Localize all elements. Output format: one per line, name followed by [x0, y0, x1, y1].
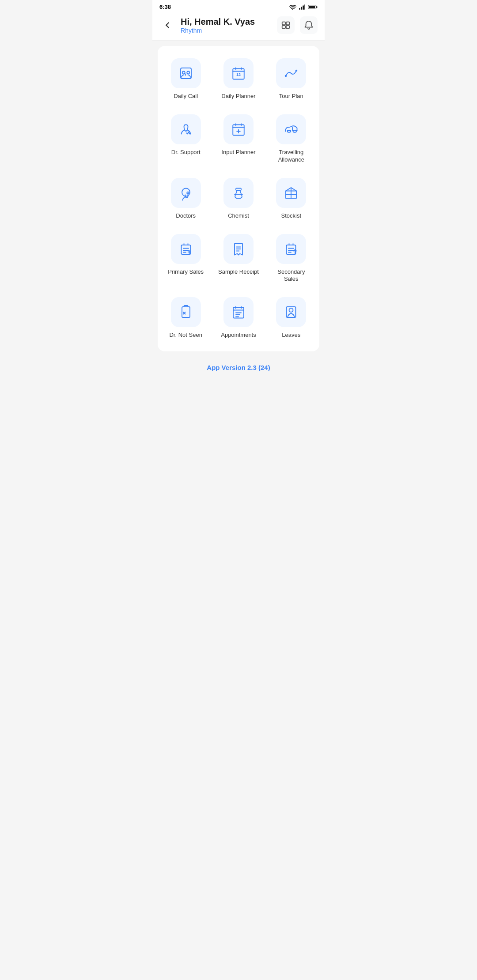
svg-rect-8: [282, 22, 285, 25]
secondary-sales-icon-circle: [276, 234, 306, 264]
time: 6:38: [159, 4, 171, 10]
menu-card: Daily Call 12 Daily Planner: [158, 46, 319, 351]
leaves-icon: [283, 304, 299, 320]
doctors-label: Doctors: [176, 212, 196, 220]
svg-text:12: 12: [236, 72, 241, 77]
notification-button[interactable]: [300, 16, 318, 34]
back-button[interactable]: [159, 17, 175, 33]
sample-receipt-label: Sample Receipt: [218, 268, 259, 276]
dr-support-icon: [178, 121, 194, 137]
svg-rect-2: [301, 7, 302, 9]
secondary-sales-icon: [283, 241, 299, 257]
tour-plan-icon: [283, 65, 299, 81]
primary-sales-item[interactable]: Primary Sales: [161, 229, 210, 289]
input-planner-label: Input Planner: [221, 149, 255, 156]
daily-call-item[interactable]: Daily Call: [161, 53, 210, 106]
primary-sales-label: Primary Sales: [168, 268, 204, 276]
svg-rect-37: [287, 245, 296, 254]
tour-plan-item[interactable]: Tour Plan: [267, 53, 316, 106]
secondary-sales-item[interactable]: Secondary Sales: [267, 229, 316, 289]
main-content: Daily Call 12 Daily Planner: [152, 41, 325, 387]
svg-rect-26: [236, 188, 241, 190]
app-header: Hi, Hemal K. Vyas Rhythm: [152, 12, 325, 41]
doctors-icon: [178, 185, 194, 201]
daily-planner-icon-circle: 12: [223, 58, 254, 88]
dr-not-seen-label: Dr. Not Seen: [169, 332, 202, 339]
travelling-allowance-icon: [283, 121, 299, 137]
chemist-icon-circle: [223, 178, 254, 208]
version-info: App Version 2.3 (24): [158, 357, 319, 382]
daily-call-label: Daily Call: [174, 93, 198, 100]
svg-point-13: [182, 72, 185, 74]
svg-point-0: [292, 9, 293, 10]
battery-icon: [308, 4, 318, 10]
appointments-label: Appointments: [221, 332, 256, 339]
svg-rect-7: [309, 5, 315, 8]
daily-planner-label: Daily Planner: [221, 93, 255, 100]
input-planner-item[interactable]: Input Planner: [214, 109, 263, 169]
leaves-icon-circle: [276, 297, 306, 327]
svg-rect-3: [303, 5, 304, 9]
daily-planner-item[interactable]: 12 Daily Planner: [214, 53, 263, 106]
primary-sales-icon-circle: [171, 234, 201, 264]
tour-plan-icon-circle: [276, 58, 306, 88]
svg-rect-6: [316, 6, 317, 8]
status-bar: 6:38: [152, 0, 325, 12]
sample-receipt-icon-circle: [223, 234, 254, 264]
sample-receipt-icon: [231, 241, 246, 257]
svg-rect-9: [286, 22, 289, 25]
appointments-icon-circle: [223, 297, 254, 327]
status-icons: [289, 4, 318, 10]
menu-button[interactable]: [277, 16, 295, 34]
chemist-item[interactable]: Chemist: [214, 173, 263, 225]
input-planner-icon: [231, 121, 246, 137]
svg-rect-1: [299, 8, 300, 10]
dr-support-icon-circle: [171, 114, 201, 144]
travelling-allowance-icon-circle: [276, 114, 306, 144]
chemist-icon: [231, 185, 246, 201]
notification-icon: [304, 20, 314, 30]
svg-rect-10: [282, 26, 285, 28]
dr-support-item[interactable]: Dr. Support: [161, 109, 210, 169]
svg-rect-11: [286, 26, 289, 28]
tour-plan-label: Tour Plan: [279, 93, 303, 100]
stockist-item[interactable]: Stockist: [267, 173, 316, 225]
daily-call-icon: [178, 65, 194, 81]
dr-not-seen-icon-circle: [171, 297, 201, 327]
company-name: Rhythm: [181, 27, 272, 34]
header-actions: [277, 16, 318, 34]
stockist-label: Stockist: [281, 212, 302, 220]
doctors-icon-circle: [171, 178, 201, 208]
input-planner-icon-circle: [223, 114, 254, 144]
header-title: Hi, Hemal K. Vyas Rhythm: [181, 17, 272, 34]
svg-point-52: [289, 308, 293, 312]
secondary-sales-label: Secondary Sales: [270, 268, 312, 283]
leaves-label: Leaves: [282, 332, 300, 339]
stockist-icon: [283, 185, 299, 201]
stockist-icon-circle: [276, 178, 306, 208]
chemist-label: Chemist: [228, 212, 249, 220]
doctors-item[interactable]: Doctors: [161, 173, 210, 225]
svg-point-17: [285, 75, 287, 77]
primary-sales-icon: [178, 241, 194, 257]
appointments-icon: [231, 304, 246, 320]
svg-point-23: [293, 130, 297, 132]
dr-support-label: Dr. Support: [171, 149, 201, 156]
svg-point-18: [295, 70, 298, 72]
dr-not-seen-item[interactable]: Dr. Not Seen: [161, 292, 210, 344]
menu-grid: Daily Call 12 Daily Planner: [161, 53, 316, 344]
travelling-allowance-item[interactable]: TravellingAllowance: [267, 109, 316, 169]
travelling-allowance-label: TravellingAllowance: [278, 149, 304, 164]
sample-receipt-item[interactable]: Sample Receipt: [214, 229, 263, 289]
leaves-item[interactable]: Leaves: [267, 292, 316, 344]
dr-not-seen-icon: [178, 304, 194, 320]
svg-point-14: [187, 72, 189, 74]
svg-rect-4: [304, 4, 305, 10]
appointments-item[interactable]: Appointments: [214, 292, 263, 344]
daily-call-icon-circle: [171, 58, 201, 88]
menu-icon: [281, 20, 291, 30]
daily-planner-icon: 12: [231, 65, 246, 81]
user-name: Hi, Hemal K. Vyas: [181, 17, 272, 27]
signal-icon: [299, 4, 305, 10]
wifi-icon: [289, 4, 296, 10]
